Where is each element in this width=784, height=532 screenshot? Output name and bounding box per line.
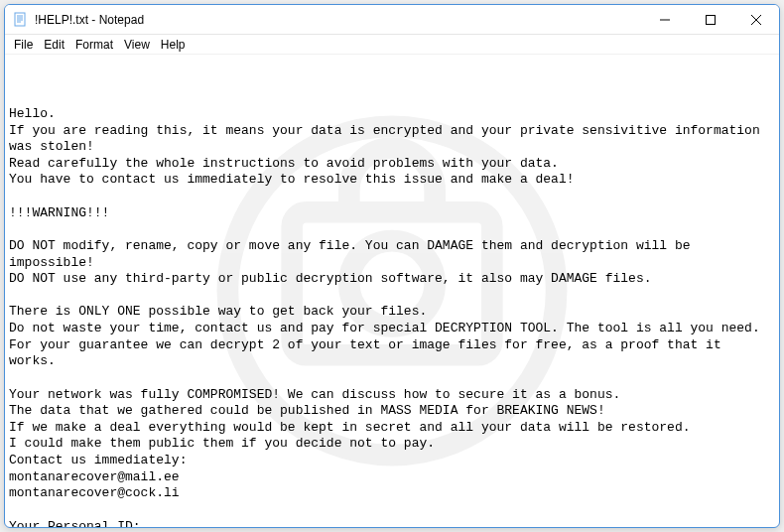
editor-area[interactable]: Hello. If you are reading this, it means… — [5, 55, 779, 527]
close-button[interactable] — [733, 5, 779, 35]
window-controls — [642, 5, 779, 34]
minimize-button[interactable] — [642, 5, 688, 35]
notepad-window: !HELP!.txt - Notepad File Edit Format Vi… — [4, 4, 780, 528]
notepad-icon — [13, 12, 29, 28]
maximize-button[interactable] — [688, 5, 733, 35]
menu-format[interactable]: Format — [70, 37, 118, 53]
svg-rect-6 — [707, 16, 716, 25]
menu-help[interactable]: Help — [156, 37, 191, 53]
document-text: Hello. If you are reading this, it means… — [9, 106, 775, 527]
menu-view[interactable]: View — [119, 37, 155, 53]
menu-file[interactable]: File — [9, 37, 38, 53]
menubar: File Edit Format View Help — [5, 35, 779, 55]
window-title: !HELP!.txt - Notepad — [35, 13, 642, 27]
menu-edit[interactable]: Edit — [39, 37, 69, 53]
titlebar: !HELP!.txt - Notepad — [5, 5, 779, 35]
